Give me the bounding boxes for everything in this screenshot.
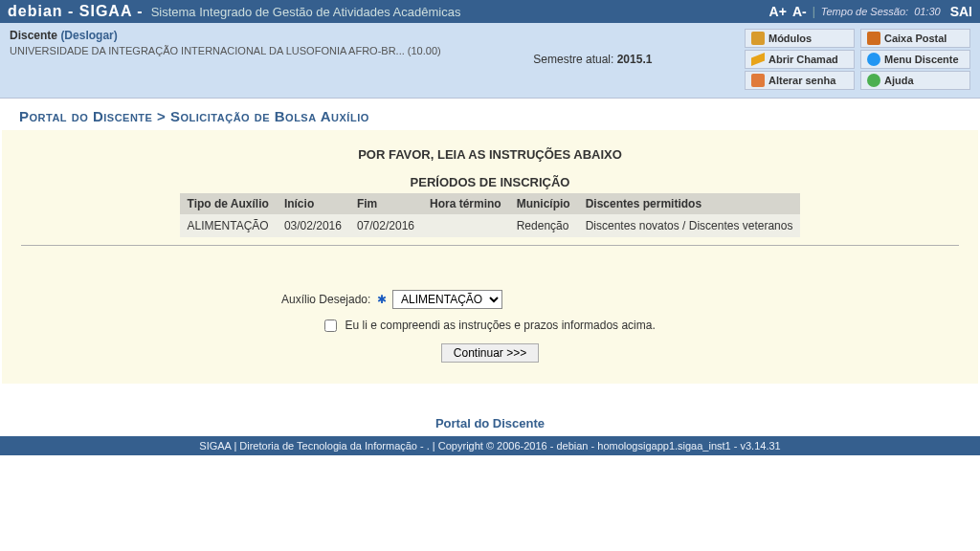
periodos-heading: PERÍODOS DE INSCRIÇÃO [21,175,959,189]
continuar-button[interactable]: Continuar >>> [441,343,539,363]
divider: | [813,5,815,18]
cell-hora [422,214,509,237]
col-municipio: Município [509,193,578,214]
alterar-senha-button[interactable]: Alterar senha [745,71,855,90]
mailbox-icon [867,32,880,45]
semestre-valor: 2015.1 [617,53,653,66]
footer: SIGAA | Diretoria de Tecnologia da Infor… [0,436,980,455]
senha-label: Alterar senha [768,75,835,86]
col-tipo: Tipo de Auxílio [180,193,277,214]
auxilio-select[interactable]: ALIMENTAÇÃO [392,290,502,309]
brand-area: debian - SIGAA - Sistema Integrado de Ge… [8,3,460,20]
help-icon [867,74,880,87]
ajuda-button[interactable]: Ajuda [860,71,970,90]
session-label: Tempo de Sessão: [821,6,908,17]
cell-permitidos: Discentes novatos / Discentes veteranos [578,214,801,237]
menu-icon [867,53,880,66]
semestre-label: Semestre atual: [533,53,613,66]
top-bar: debian - SIGAA - Sistema Integrado de Ge… [0,0,980,23]
portal-discente-link[interactable]: Portal do Discente [0,416,980,430]
separator [21,245,959,246]
chamado-icon [751,53,765,66]
table-header-row: Tipo de Auxílio Início Fim Hora término … [180,193,801,214]
discente-label: Discente [10,29,57,42]
content-block: POR FAVOR, LEIA AS INSTRUÇÕES ABAIXO PER… [2,130,978,384]
info-bar: Discente (Deslogar) UNIVERSIDADE DA INTE… [0,23,980,99]
brand: debian - SIGAA - [8,3,144,20]
ajuda-label: Ajuda [884,75,914,86]
menu-label: Menu Discente [884,54,959,65]
cell-municipio: Redenção [509,214,578,237]
col-hora: Hora término [422,193,509,214]
deslogar-link[interactable]: (Deslogar) [60,29,117,42]
exit-button[interactable]: SAI [950,4,972,19]
discente-line: Discente (Deslogar) [10,29,441,42]
top-right-controls: A+ A- | Tempo de Sessão: 01:30 SAI [769,4,972,19]
modulos-icon [751,32,765,45]
cell-fim: 07/02/2016 [349,214,422,237]
menu-discente-button[interactable]: Menu Discente [860,50,970,69]
modulos-button[interactable]: Módulos [745,29,855,48]
col-fim: Fim [349,193,422,214]
universidade: UNIVERSIDADE DA INTEGRAÇÃO INTERNACIONAL… [10,45,441,56]
senha-icon [751,74,765,87]
table-row: ALIMENTAÇÃO 03/02/2016 07/02/2016 Redenç… [180,214,801,237]
periodos-table: Tipo de Auxílio Início Fim Hora término … [180,193,801,237]
button-row: Continuar >>> [21,343,959,363]
col-permitidos: Discentes permitidos [578,193,801,214]
font-increase-button[interactable]: A+ [769,4,787,19]
chamado-label: Abrir Chamad [768,54,838,65]
agree-text: Eu li e compreendi as instruções e prazo… [345,319,656,332]
auxilio-label: Auxílio Desejado: [281,293,370,306]
module-buttons: Módulos Caixa Postal Abrir Chamad Menu D… [745,29,970,90]
font-decrease-button[interactable]: A- [792,4,807,19]
page-title: Portal do Discente > Solicitação de Bols… [0,99,980,130]
instructions-heading: POR FAVOR, LEIA AS INSTRUÇÕES ABAIXO [21,147,959,162]
col-inicio: Início [277,193,349,214]
caixa-label: Caixa Postal [884,33,947,44]
abrir-chamado-button[interactable]: Abrir Chamad [745,50,855,69]
auxilio-field-row: Auxílio Desejado: ✱ ALIMENTAÇÃO [0,290,959,309]
spacer [0,384,980,416]
cell-inicio: 03/02/2016 [277,214,349,237]
required-star-icon: ✱ [377,293,387,306]
info-left: Discente (Deslogar) UNIVERSIDADE DA INTE… [10,29,441,90]
session-time: 01:30 [914,6,941,17]
semestre-box: Semestre atual: 2015.1 [533,53,652,66]
system-name: Sistema Integrado de Gestão de Atividade… [151,5,461,19]
caixa-postal-button[interactable]: Caixa Postal [860,29,970,48]
cell-tipo: ALIMENTAÇÃO [180,214,277,237]
modulos-label: Módulos [768,33,812,44]
agree-checkbox[interactable] [324,320,337,332]
agree-row: Eu li e compreendi as instruções e prazo… [21,319,959,332]
